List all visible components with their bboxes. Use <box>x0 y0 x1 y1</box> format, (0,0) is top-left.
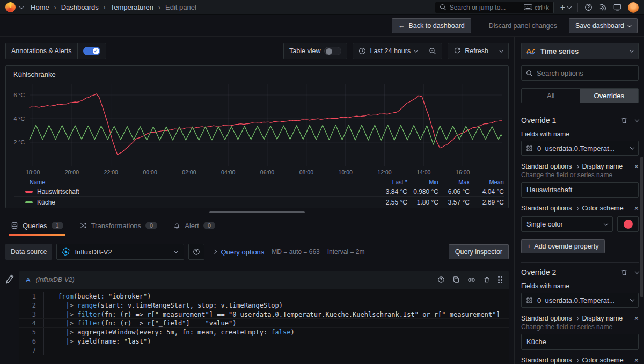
delete-query-trash-icon[interactable] <box>483 276 491 283</box>
tab-label: Queries <box>23 222 47 230</box>
code-line[interactable]: 1 from(bucket: "iobroker") <box>19 292 509 301</box>
duplicate-query-icon[interactable] <box>452 276 460 283</box>
scrollbar-thumb[interactable] <box>640 157 643 297</box>
refresh-interval-button[interactable] <box>494 43 508 59</box>
tab-transformations[interactable]: Transformations 0 <box>77 215 160 236</box>
save-dashboard-button[interactable]: Save dashboard <box>569 18 638 33</box>
news-rss-icon[interactable] <box>599 3 607 11</box>
query-options[interactable]: Query options MD = auto = 663 Interval =… <box>213 248 364 256</box>
drag-handle-icon[interactable] <box>498 276 503 283</box>
code-line[interactable]: 4 |> filter(fn: (r) => r["_field"] == "v… <box>19 319 509 328</box>
delete-override-trash-icon[interactable] <box>620 268 628 276</box>
chevron-down-icon[interactable] <box>635 269 639 273</box>
visualization-picker[interactable]: Time series <box>521 43 639 59</box>
datasource-label: Data source <box>5 244 52 260</box>
table-view-control: Table view <box>283 43 347 59</box>
back-to-dashboard-button[interactable]: ← Back to dashboard <box>392 18 471 33</box>
query-inspector-button[interactable]: Query inspector <box>449 244 509 259</box>
discard-panel-changes-button[interactable]: Discard panel changes <box>482 18 564 33</box>
time-range-button[interactable]: Last 24 hours <box>353 43 423 59</box>
code-line[interactable]: 2 |> range(start: v.timeRangeStart, stop… <box>19 301 509 310</box>
legend-col-min[interactable]: Min <box>407 179 438 185</box>
pencil-icon[interactable] <box>4 273 16 285</box>
legend-col-max[interactable]: Max <box>438 179 470 185</box>
plus-icon: + <box>527 243 531 250</box>
color-scheme-select[interactable]: Single color <box>521 216 613 232</box>
grafana-logo-icon[interactable] <box>5 2 16 12</box>
field-matcher-select[interactable]: 0_userdata.0.Temperat... <box>521 293 639 308</box>
svg-text:10:00: 10:00 <box>339 169 353 176</box>
remove-property-icon[interactable]: × <box>634 356 639 364</box>
series-name[interactable]: Küche <box>37 199 55 206</box>
chevron-down-icon <box>630 48 634 52</box>
legend-col-name[interactable]: Name <box>14 179 359 185</box>
delete-override-trash-icon[interactable] <box>620 117 628 124</box>
datasource-row: Data source InfluxDB-V2 Query options MD… <box>5 244 509 260</box>
breadcrumb-item[interactable]: Home <box>31 3 49 11</box>
chevron-down-icon <box>567 4 572 9</box>
display-name-input[interactable] <box>521 182 639 198</box>
legend-col-last[interactable]: Last * <box>359 179 407 185</box>
options-search-input[interactable] <box>537 69 634 77</box>
zoom-out-button[interactable] <box>423 43 442 59</box>
color-swatch-button[interactable] <box>617 216 639 232</box>
new-menu[interactable]: + <box>560 3 571 12</box>
chevron-right-icon <box>575 316 579 320</box>
code-line[interactable]: 7 <box>19 346 509 355</box>
svg-text:4 °C: 4 °C <box>13 115 25 122</box>
svg-text:2 °C: 2 °C <box>13 139 25 145</box>
options-search[interactable] <box>521 65 639 81</box>
chevron-down-icon[interactable] <box>635 117 639 121</box>
tab-count-badge: 0 <box>203 222 215 229</box>
monitor-icon[interactable] <box>613 3 621 11</box>
search-icon <box>440 4 447 11</box>
series-name[interactable]: Hauswirtschaft <box>37 188 79 195</box>
hide-query-eye-icon[interactable] <box>467 276 475 284</box>
pane-resize-handle[interactable] <box>209 211 305 213</box>
breadcrumb-item[interactable]: Dashboards <box>61 3 99 11</box>
toggle-on[interactable]: ✓ <box>83 47 100 55</box>
color-dot <box>624 220 633 229</box>
code-line[interactable]: 5 |> aggregateWindow(every: 5m, fn: mean… <box>19 328 509 337</box>
field-grid-icon <box>526 145 533 152</box>
field-matcher-select[interactable]: 0_userdata.0.Temperat... <box>521 141 639 156</box>
code-line[interactable]: 6 |> yield(name: "last") <box>19 337 509 346</box>
table-view-toggle[interactable] <box>324 47 341 55</box>
breadcrumb-separator: › <box>54 4 56 11</box>
breadcrumb-separator: › <box>104 4 106 11</box>
tab-alert[interactable]: Alert 0 <box>171 215 217 236</box>
global-search-input[interactable] <box>450 4 521 11</box>
global-search[interactable]: ctrl+k <box>435 2 554 13</box>
refresh-button[interactable]: Refresh <box>448 43 494 59</box>
datasource-help-button[interactable] <box>188 244 204 260</box>
svg-text:6 °C: 6 °C <box>13 92 25 98</box>
org-switcher-chevron-icon[interactable] <box>19 4 24 9</box>
line-number: 3 <box>19 310 44 319</box>
code-line[interactable]: 3 |> filter(fn: (r) => r["_measurement"]… <box>19 310 509 319</box>
remove-property-icon[interactable]: × <box>634 315 639 322</box>
datasource-picker[interactable]: InfluxDB-V2 <box>56 244 184 260</box>
filter-all-tab[interactable]: All <box>522 89 580 103</box>
line-number: 1 <box>19 292 44 301</box>
breadcrumb-item[interactable]: Temperaturen <box>111 3 153 11</box>
remove-property-icon[interactable]: × <box>634 163 639 170</box>
query-help-icon[interactable] <box>437 276 445 283</box>
tab-queries[interactable]: Queries 1 <box>9 215 65 236</box>
property-name: Display name <box>582 315 623 322</box>
user-avatar[interactable] <box>628 2 639 13</box>
remove-property-icon[interactable]: × <box>634 205 639 212</box>
override-header[interactable]: Override 2 <box>521 268 639 276</box>
flux-code-editor[interactable]: 1 from(bucket: "iobroker") 2 |> range(st… <box>19 289 509 363</box>
legend-table: Name Last * Min Max Mean Hauswirtschaft … <box>6 178 508 207</box>
legend-col-mean[interactable]: Mean <box>470 179 504 185</box>
help-icon[interactable] <box>584 3 592 11</box>
add-override-property-button[interactable]: +Add override property <box>521 239 605 253</box>
annotations-alerts-toggle[interactable]: ✓ <box>77 43 106 59</box>
series-color-swatch <box>25 191 33 193</box>
property-hint: Change the field or series name <box>521 323 639 331</box>
query-header[interactable]: A (InfluxDB-V2) <box>19 271 509 289</box>
override-header[interactable]: Override 1 <box>521 116 639 125</box>
display-name-input[interactable] <box>521 334 639 350</box>
breadcrumb-separator: › <box>158 4 160 11</box>
filter-overrides-tab[interactable]: Overrides <box>580 89 639 103</box>
